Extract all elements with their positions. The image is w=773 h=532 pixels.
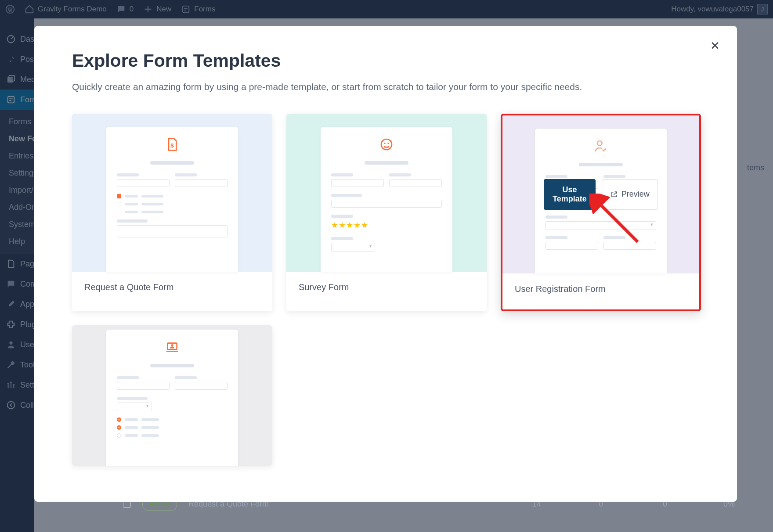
laptop-user-icon <box>117 340 228 356</box>
template-card-partial[interactable] <box>72 325 272 466</box>
card-preview: ★★★★★ <box>286 114 487 272</box>
template-title: User Registration Form <box>502 273 699 305</box>
card-preview: $ <box>72 114 272 272</box>
smile-icon <box>331 137 442 153</box>
svg-point-15 <box>597 141 602 146</box>
modal-title: Explore Form Templates <box>72 50 699 71</box>
templates-modal: ✕ Explore Form Templates Quickly create … <box>34 26 737 502</box>
svg-point-13 <box>384 142 385 144</box>
svg-point-12 <box>381 139 392 150</box>
hover-actions: Use Template Preview <box>544 179 658 210</box>
template-title: Request a Quote Form <box>72 272 272 303</box>
template-title: Survey Form <box>286 272 487 303</box>
svg-point-18 <box>171 344 173 346</box>
stars-icon: ★★★★★ <box>331 220 442 230</box>
template-card-survey[interactable]: ★★★★★ Survey Form <box>286 114 487 311</box>
preview-button[interactable]: Preview <box>602 179 658 210</box>
dollar-file-icon: $ <box>117 137 228 153</box>
card-preview <box>72 325 272 466</box>
template-grid: $ Request a Quote Form <box>72 114 699 466</box>
close-button[interactable]: ✕ <box>709 39 721 51</box>
modal-description: Quickly create an amazing form by using … <box>72 80 674 94</box>
card-preview: Use Template Preview <box>502 115 699 273</box>
user-check-icon <box>545 139 656 155</box>
preview-label: Preview <box>621 190 650 199</box>
svg-point-14 <box>387 142 389 144</box>
template-card-request-quote[interactable]: $ Request a Quote Form <box>72 114 272 311</box>
template-card-user-registration[interactable]: Use Template Preview User Registration <box>501 114 701 311</box>
use-template-button[interactable]: Use Template <box>544 179 596 210</box>
svg-text:$: $ <box>170 142 174 148</box>
external-link-icon <box>610 191 618 198</box>
